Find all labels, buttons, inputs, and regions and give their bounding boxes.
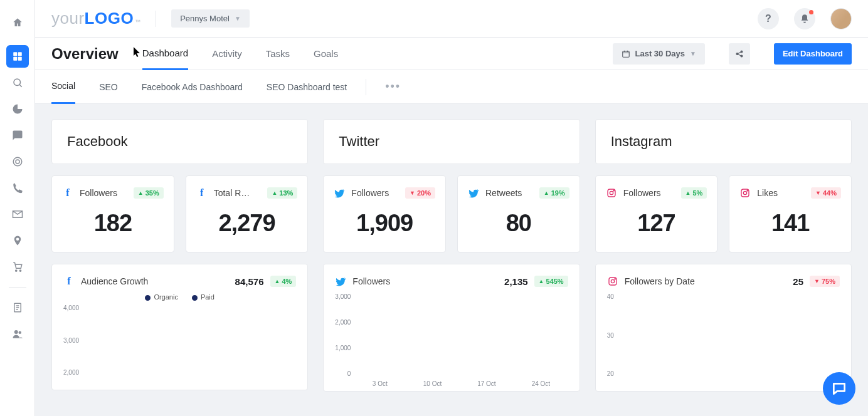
svg-point-21: [747, 190, 748, 191]
question-icon: ?: [765, 13, 771, 24]
chart-title: Followers by Date: [625, 276, 787, 286]
kpi-delta: ▲19%: [539, 187, 569, 199]
caret-up-icon: ▲: [544, 190, 549, 196]
left-sidebar: [0, 0, 35, 416]
svg-rect-2: [13, 57, 17, 61]
svg-point-24: [615, 279, 615, 279]
nav-campaign-icon[interactable]: [6, 150, 29, 173]
tw-followers-chart[interactable]: Followers 2,135 ▲545% 3,0002,0001,0000 3…: [323, 264, 580, 392]
tab-dashboard[interactable]: Dashboard: [142, 38, 188, 70]
twitter-icon: [335, 276, 346, 287]
tw-retweets-kpi[interactable]: Retweets ▲19% 80: [457, 175, 580, 252]
svg-point-17: [610, 191, 613, 194]
svg-point-7: [15, 270, 16, 271]
nav-analytics-icon[interactable]: [6, 98, 29, 120]
nav-dashboard-icon[interactable]: [6, 45, 29, 68]
nav-reports-icon[interactable]: [6, 296, 29, 319]
date-range-label: Last 30 Days: [635, 49, 685, 58]
nav-mail-icon[interactable]: [6, 203, 29, 226]
nav-users-icon[interactable]: [6, 323, 29, 345]
chart-delta: ▼75%: [810, 276, 840, 287]
divider: [366, 79, 366, 95]
facebook-icon: f: [62, 187, 73, 199]
client-name: Pennys Motel: [180, 14, 230, 23]
primary-tabs: Overview Dashboard Activity Tasks Goals …: [35, 38, 868, 70]
topbar: your LOGO ™ Pennys Motel ▼ ?: [35, 0, 868, 38]
twitter-header: Twitter: [323, 119, 580, 164]
instagram-icon: [739, 187, 751, 199]
svg-point-10: [14, 330, 18, 334]
nav-search-icon[interactable]: [6, 71, 29, 94]
nav-home-icon[interactable]: [6, 11, 29, 34]
caret-down-icon: ▼: [410, 190, 415, 196]
sidebar-divider: [9, 287, 26, 288]
user-avatar[interactable]: [830, 8, 852, 29]
x-axis: 3 Oct10 Oct17 Oct24 Oct: [354, 380, 568, 387]
fb-followers-kpi[interactable]: f Followers ▲35% 182: [51, 175, 174, 252]
chart-total: 25: [793, 276, 803, 287]
tab-tasks[interactable]: Tasks: [266, 38, 290, 70]
nav-chat-icon[interactable]: [6, 124, 29, 147]
twitter-column: Twitter Followers ▼20% 1,909 Retweets ▲1…: [323, 119, 580, 416]
kpi-label: Likes: [757, 188, 805, 198]
date-range-selector[interactable]: Last 30 Days ▼: [613, 43, 705, 65]
ig-likes-kpi[interactable]: Likes ▼44% 141: [729, 175, 852, 252]
more-tabs-button[interactable]: •••: [385, 80, 401, 93]
chat-launcher[interactable]: [823, 372, 855, 405]
caret-up-icon: ▲: [275, 278, 280, 284]
ig-followers-kpi[interactable]: Followers ▲5% 127: [595, 175, 718, 252]
facebook-icon: f: [196, 187, 208, 199]
subtab-social[interactable]: Social: [51, 70, 75, 104]
page-title: Overview: [51, 45, 119, 63]
kpi-value: 2,279: [196, 210, 298, 237]
svg-point-5: [13, 157, 22, 166]
nav-cart-icon[interactable]: [6, 256, 29, 278]
subtab-seo[interactable]: SEO: [99, 70, 118, 104]
edit-dashboard-label: Edit Dashboard: [783, 49, 843, 58]
svg-rect-0: [13, 52, 17, 56]
kpi-delta: ▼20%: [405, 187, 435, 199]
tab-activity[interactable]: Activity: [212, 38, 242, 70]
kpi-value: 141: [739, 210, 841, 237]
nav-location-icon[interactable]: [6, 229, 29, 252]
caret-up-icon: ▲: [539, 278, 544, 284]
ig-followers-chart[interactable]: Followers by Date 25 ▼75% 403020: [595, 264, 852, 392]
sub-tabs: Social SEO Facebook Ads Dashboard SEO Da…: [35, 70, 868, 104]
help-button[interactable]: ?: [758, 8, 779, 29]
chat-icon: [831, 380, 847, 397]
kpi-delta: ▲13%: [267, 187, 297, 199]
fb-reach-kpi[interactable]: f Total R… ▲13% 2,279: [186, 175, 309, 252]
kpi-delta: ▼44%: [811, 187, 841, 199]
kpi-label: Total R…: [214, 188, 262, 198]
kpi-value: 80: [468, 210, 569, 237]
svg-point-6: [16, 160, 19, 164]
client-selector[interactable]: Pennys Motel ▼: [171, 9, 250, 28]
chart-legend: Organic Paid: [63, 293, 296, 301]
twitter-icon: [334, 187, 345, 199]
divider: [156, 11, 156, 27]
chart-total: 2,135: [504, 276, 528, 287]
tw-followers-kpi[interactable]: Followers ▼20% 1,909: [323, 175, 446, 252]
chart-bars: [354, 293, 568, 377]
kpi-label: Followers: [623, 188, 675, 198]
dashboard-content: Facebook f Followers ▲35% 182 f Total R……: [35, 104, 868, 416]
y-axis: 403020: [607, 293, 618, 387]
svg-point-8: [19, 270, 21, 271]
fb-audience-chart[interactable]: f Audience Growth 84,576 ▲4% Organic Pai…: [51, 264, 308, 390]
nav-phone-icon[interactable]: [6, 177, 29, 199]
y-axis: 4,0003,0002,000: [63, 304, 83, 386]
edit-dashboard-button[interactable]: Edit Dashboard: [774, 43, 852, 65]
kpi-delta: ▲5%: [681, 187, 707, 199]
caret-down-icon: ▼: [815, 190, 821, 196]
y-axis: 3,0002,0001,0000: [335, 293, 354, 387]
svg-rect-12: [622, 51, 629, 56]
instagram-icon: [607, 276, 618, 287]
share-button[interactable]: [729, 43, 750, 65]
notifications-button[interactable]: [794, 8, 815, 29]
kpi-value: 182: [62, 210, 164, 237]
subtab-seo-test[interactable]: SEO Dashboard test: [267, 70, 347, 104]
subtab-fb-ads[interactable]: Facebook Ads Dashboard: [142, 70, 243, 104]
logo-part2: LOGO: [85, 9, 134, 28]
tab-goals[interactable]: Goals: [314, 38, 338, 70]
kpi-label: Followers: [351, 188, 399, 198]
